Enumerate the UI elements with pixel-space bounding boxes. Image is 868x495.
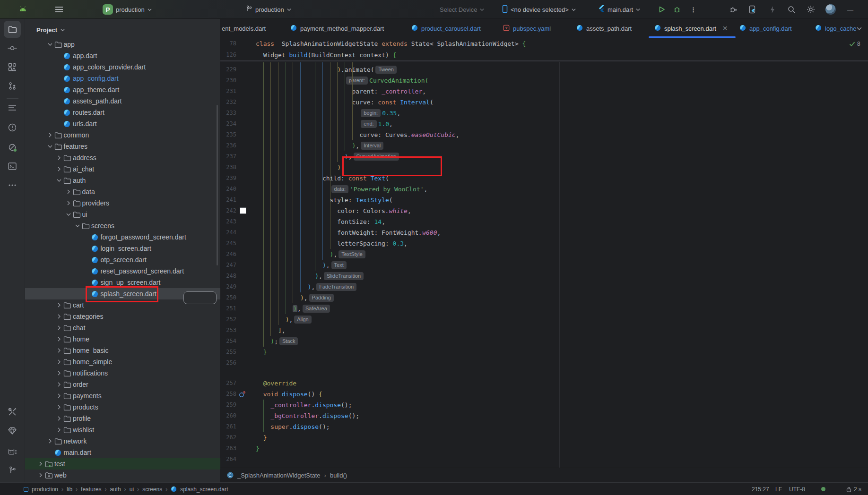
- status-crumb[interactable]: auth: [110, 486, 121, 493]
- chevron-down-icon[interactable]: [46, 42, 54, 47]
- sidebar-git-icon[interactable]: [4, 461, 21, 478]
- encoding-indicator[interactable]: UTF-8: [789, 483, 805, 495]
- tree-item-auth[interactable]: auth: [25, 175, 220, 186]
- status-crumb[interactable]: splash_screen.dart: [180, 486, 228, 493]
- tree-item-products[interactable]: products: [25, 401, 220, 413]
- status-crumb[interactable]: lib: [67, 486, 72, 493]
- sidebar-logcat-icon[interactable]: [4, 443, 21, 460]
- tree-item-login_screen.dart[interactable]: login_screen.dart: [25, 243, 220, 254]
- tree-item-home_simple[interactable]: home_simple: [25, 356, 220, 367]
- tree-item-providers[interactable]: providers: [25, 197, 220, 209]
- tree-item-common[interactable]: common: [25, 129, 220, 141]
- tab-list-chevron[interactable]: [857, 19, 862, 38]
- chevron-right-icon[interactable]: [55, 393, 63, 398]
- project-widget[interactable]: P production: [103, 0, 152, 19]
- tree-item-forgot_password_screen.dart[interactable]: forgot_password_screen.dart: [25, 231, 220, 243]
- chevron-right-icon[interactable]: [64, 189, 73, 194]
- sidebar-dart-analysis-icon[interactable]: [4, 139, 21, 156]
- tree-item-app.dart[interactable]: app.dart: [25, 50, 220, 61]
- chevron-right-icon[interactable]: [55, 405, 63, 410]
- lightning-icon[interactable]: [770, 0, 775, 19]
- tree-item-payments[interactable]: payments: [25, 390, 220, 401]
- select-device-dropdown[interactable]: Select Device: [440, 0, 484, 19]
- sidebar-build-tools-icon[interactable]: [4, 403, 21, 420]
- tree-item-web[interactable]: web: [25, 469, 220, 481]
- tree-item-ai_chat[interactable]: ai_chat: [25, 163, 220, 175]
- more-actions-button[interactable]: ⋮: [690, 0, 696, 19]
- status-crumb[interactable]: features: [81, 486, 101, 493]
- tree-item-screens[interactable]: screens: [25, 220, 220, 231]
- tree-item-test[interactable]: test: [25, 458, 220, 469]
- tree-item-ui[interactable]: ui: [25, 209, 220, 220]
- chevron-right-icon[interactable]: [46, 133, 54, 137]
- chevron-right-icon[interactable]: [55, 314, 63, 319]
- color-preview-swatch[interactable]: [240, 207, 246, 214]
- tree-item-network[interactable]: network: [25, 435, 220, 447]
- chevron-right-icon[interactable]: [36, 473, 45, 478]
- breadcrumb-method[interactable]: build(): [330, 472, 347, 479]
- sidebar-problems-icon[interactable]: [4, 119, 21, 136]
- editor-tab[interactable]: logo_cache: [815, 19, 857, 38]
- line-ending-indicator[interactable]: LF: [775, 483, 782, 495]
- chevron-right-icon[interactable]: [55, 155, 63, 160]
- tree-item-chat[interactable]: chat: [25, 322, 220, 333]
- tree-item-routes.dart[interactable]: routes.dart: [25, 107, 220, 118]
- inspections-widget[interactable]: 8: [849, 41, 860, 47]
- sidebar-project-icon[interactable]: [4, 21, 21, 38]
- editor-tab[interactable]: app_config.dart: [739, 19, 792, 38]
- search-everywhere-button[interactable]: [788, 0, 796, 19]
- flutter-device-tool-button[interactable]: [749, 0, 756, 19]
- breadcrumb-class[interactable]: _SplashAnimationWidgetState: [237, 472, 321, 479]
- tree-item-reset_password_screen.dart[interactable]: reset_password_screen.dart: [25, 265, 220, 277]
- sidebar-structure-icon[interactable]: [4, 59, 21, 76]
- tree-item-app[interactable]: app: [25, 39, 220, 50]
- chevron-right-icon[interactable]: [55, 348, 63, 353]
- sidebar-pull-requests-icon[interactable]: [4, 77, 21, 94]
- chevron-down-icon[interactable]: [64, 212, 73, 217]
- chevron-right-icon[interactable]: [55, 416, 63, 421]
- tree-item-wishlist[interactable]: wishlist: [25, 424, 220, 435]
- tree-item-app_theme.dart[interactable]: app_theme.dart: [25, 84, 220, 95]
- chevron-down-icon[interactable]: [73, 223, 82, 228]
- chevron-right-icon[interactable]: [55, 427, 63, 432]
- run-config-dropdown[interactable]: main.dart: [599, 0, 640, 19]
- caret-position[interactable]: 215:27: [752, 483, 769, 495]
- analysis-status-icon[interactable]: [821, 483, 826, 495]
- chevron-right-icon[interactable]: [36, 461, 45, 466]
- tree-item-features[interactable]: features: [25, 141, 220, 152]
- chevron-down-icon[interactable]: [55, 178, 63, 183]
- overrides-method-icon[interactable]: [239, 391, 246, 398]
- tree-item-order[interactable]: order: [25, 379, 220, 390]
- editor-tab[interactable]: ent_models.dart: [222, 19, 266, 38]
- settings-gear-button[interactable]: [807, 0, 815, 19]
- chevron-right-icon[interactable]: [55, 337, 63, 341]
- tree-item-home_basic[interactable]: home_basic: [25, 345, 220, 356]
- minimize-button[interactable]: —: [847, 0, 853, 19]
- tree-item-profile[interactable]: profile: [25, 413, 220, 424]
- user-avatar[interactable]: [825, 0, 836, 19]
- chevron-right-icon[interactable]: [55, 382, 63, 387]
- editor-tab[interactable]: splash_screen.dart✕: [654, 19, 728, 38]
- tree-item-main.dart[interactable]: main.dart: [25, 447, 220, 458]
- tree-item-urls.dart[interactable]: urls.dart: [25, 118, 220, 129]
- chevron-right-icon[interactable]: [55, 167, 63, 171]
- status-crumb[interactable]: production: [32, 486, 58, 493]
- sidebar-more-icon[interactable]: [4, 177, 21, 194]
- chevron-right-icon[interactable]: [55, 303, 63, 307]
- debug-button[interactable]: [673, 0, 681, 19]
- status-breadcrumbs[interactable]: production›lib›features›auth›ui›screens›…: [24, 483, 228, 495]
- attach-debugger-button[interactable]: [729, 0, 738, 19]
- project-panel-header[interactable]: Project: [33, 23, 65, 37]
- tree-item-app_config.dart[interactable]: app_config.dart: [25, 73, 220, 84]
- status-crumb[interactable]: ui: [130, 486, 134, 493]
- chevron-right-icon[interactable]: [55, 359, 63, 364]
- editor-tab[interactable]: product_carousel.dart: [411, 19, 481, 38]
- chevron-right-icon[interactable]: [55, 371, 63, 376]
- tree-item-app_colors_provider.dart[interactable]: app_colors_provider.dart: [25, 61, 220, 73]
- chevron-right-icon[interactable]: [46, 439, 54, 444]
- tree-item-otp_screen.dart[interactable]: otp_screen.dart: [25, 254, 220, 265]
- vcs-widget[interactable]: production: [246, 0, 291, 19]
- close-icon[interactable]: ✕: [722, 25, 728, 32]
- code-editor[interactable]: 229 ).animate(Tween230 parent:CurvedAnim…: [220, 38, 868, 482]
- chevron-right-icon[interactable]: [55, 325, 63, 330]
